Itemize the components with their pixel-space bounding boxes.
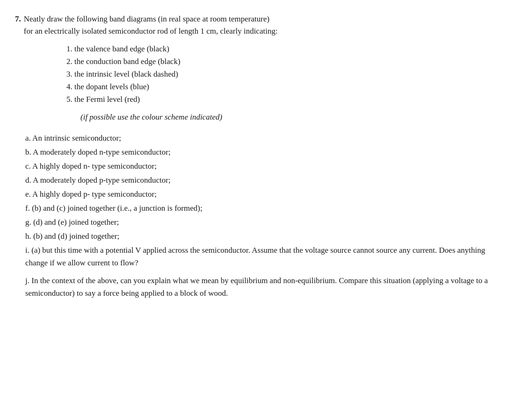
item-letter: i. xyxy=(25,246,31,255)
item-text: (d) and (e) joined together; xyxy=(33,218,119,227)
item-letter: c. xyxy=(25,162,32,171)
lettered-list: a. An intrinsic semiconductor; b. A mode… xyxy=(15,132,499,299)
list-item: d. A moderately doped p-type semiconduct… xyxy=(15,174,499,187)
item-text: the intrinsic level (black dashed) xyxy=(74,70,178,78)
item-text: (b) and (d) joined together; xyxy=(33,232,119,241)
list-item: e. A highly doped p- type semiconductor; xyxy=(15,188,499,201)
question-intro: Neatly draw the following band diagrams … xyxy=(24,13,278,38)
list-item: 1. the valence band edge (black) xyxy=(66,43,499,55)
item-text: A highly doped n- type semiconductor; xyxy=(32,162,157,171)
list-item: 5. the Fermi level (red) xyxy=(66,93,499,106)
list-item-j: j. In the context of the above, can you … xyxy=(15,274,499,299)
list-item: a. An intrinsic semiconductor; xyxy=(15,132,499,145)
item-num: 4. xyxy=(66,82,72,91)
item-text: the valence band edge (black) xyxy=(74,44,169,53)
question-number: 7. xyxy=(15,13,21,38)
item-text: (a) but this time with a potential V app… xyxy=(25,246,485,267)
item-text: the conduction band edge (black) xyxy=(74,57,181,66)
list-item: 3. the intrinsic level (black dashed) xyxy=(66,68,499,80)
item-letter: h. xyxy=(25,232,33,241)
item-text: the dopant levels (blue) xyxy=(74,82,149,91)
item-text: A highly doped p- type semiconductor; xyxy=(32,190,157,199)
item-letter: a. xyxy=(25,134,32,142)
item-num: 1. xyxy=(66,44,72,53)
item-text: (b) and (c) joined together (i.e., a jun… xyxy=(32,204,202,213)
intro-line1: Neatly draw the following band diagrams … xyxy=(24,14,269,23)
question-block: 7. Neatly draw the following band diagra… xyxy=(15,13,499,299)
color-note: (if possible use the colour scheme indic… xyxy=(80,111,499,123)
item-num: 3. xyxy=(66,70,72,78)
item-letter: j. xyxy=(25,276,31,285)
item-letter: d. xyxy=(25,176,33,185)
item-letter: b. xyxy=(25,148,33,157)
item-text: An intrinsic semiconductor; xyxy=(32,134,121,142)
item-text: In the context of the above, can you exp… xyxy=(25,276,488,298)
numbered-list: 1. the valence band edge (black) 2. the … xyxy=(66,43,499,106)
question-header: 7. Neatly draw the following band diagra… xyxy=(15,13,499,38)
item-text: A moderately doped p-type semiconductor; xyxy=(33,176,171,185)
list-item: h. (b) and (d) joined together; xyxy=(15,230,499,243)
intro-line2: for an electrically isolated semiconduct… xyxy=(24,27,278,36)
list-item-i: i. (a) but this time with a potential V … xyxy=(15,244,499,269)
item-num: 5. xyxy=(66,95,72,104)
item-num: 2. xyxy=(66,57,72,66)
item-letter: f. xyxy=(25,204,32,213)
list-item: 4. the dopant levels (blue) xyxy=(66,80,499,93)
item-text: A moderately doped n-type semiconductor; xyxy=(33,148,171,157)
item-text: the Fermi level (red) xyxy=(74,95,140,104)
item-letter: e. xyxy=(25,190,32,199)
list-item: b. A moderately doped n-type semiconduct… xyxy=(15,146,499,159)
list-item: 2. the conduction band edge (black) xyxy=(66,55,499,68)
list-item: c. A highly doped n- type semiconductor; xyxy=(15,160,499,173)
list-item: g. (d) and (e) joined together; xyxy=(15,216,499,229)
list-item: f. (b) and (c) joined together (i.e., a … xyxy=(15,202,499,215)
item-letter: g. xyxy=(25,218,33,227)
